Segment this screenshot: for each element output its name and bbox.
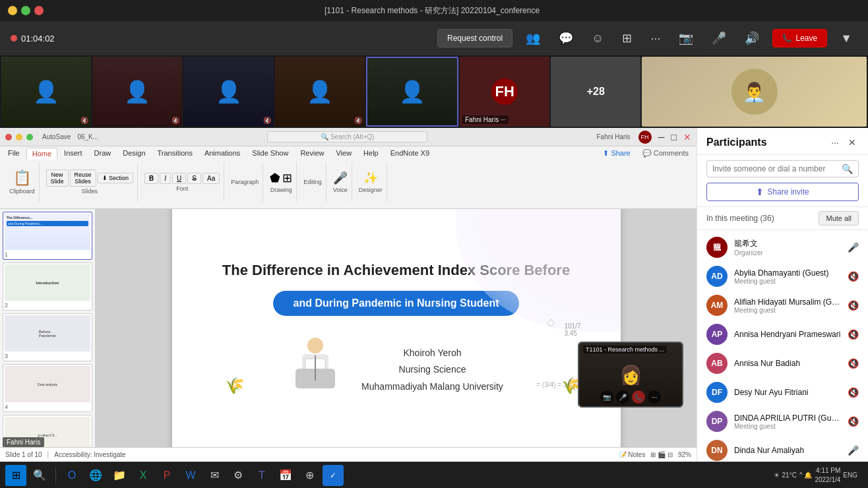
ribbon-arrange-btn[interactable]: ⊞ [282,171,292,185]
participant-item[interactable]: DP DINDA APRILIA PUTRI (Guest) Meeting g… [697,407,868,436]
ribbon-bold-btn[interactable]: B [144,173,158,184]
leave-chevron[interactable]: ▼ [835,29,857,48]
participant-item[interactable]: DF Desy Nur Ayu Fitriani 🔇 [697,378,868,407]
ribbon-shapes-btn[interactable]: ⬟ [270,171,280,185]
ribbon-tab-review[interactable]: Review [295,148,329,160]
taskbar-chrome-icon[interactable]: ⊕ [299,465,320,486]
ribbon-dictate-btn[interactable]: 🎤 [333,171,348,185]
close-btn[interactable] [34,6,44,15]
participant-thumb-2[interactable]: 👤 🔇 [92,57,182,127]
slide-thumb-3[interactable]: BeforePandemic 3 [3,313,92,361]
ribbon-underline-btn[interactable]: U [172,173,186,184]
ppt-max-dot[interactable] [26,134,33,140]
ribbon-fontsize-btn[interactable]: Aa [202,173,220,184]
sv-camera-btn[interactable]: 📷 [600,390,613,404]
taskbar-outlook-icon[interactable]: O [61,465,82,486]
participant-thumb-fahni[interactable]: FH Fahni Haris ··· [460,57,549,127]
start-button[interactable]: ⊞ [5,465,26,486]
ribbon-comments-btn[interactable]: 💬 Comments [637,148,694,160]
participant-item[interactable]: AM Alifiah Hidayati Mursalim (Gu... Meet… [697,291,868,320]
ribbon-tab-transitions[interactable]: Transitions [152,148,198,160]
ribbon-italic-btn[interactable]: I [160,173,171,184]
taskbar-teams-icon[interactable]: T [251,465,272,486]
share-invite-button[interactable]: ⬆ Share invite [706,183,859,201]
ribbon-tab-animations[interactable]: Animations [199,148,245,160]
mute-all-button[interactable]: Mute all [819,211,859,226]
reactions-icon-btn[interactable]: ☺ [586,29,609,48]
participant-item[interactable]: DN Dinda Nur Amaliyah 🎤 [697,436,868,462]
leave-button[interactable]: 📞 Leave [772,29,827,47]
ppt-min-dot[interactable] [16,134,22,140]
ppt-close-dot[interactable] [5,134,12,140]
participant-item[interactable]: AB Annisa Nur Badiah 🔇 [697,349,868,378]
self-view-overlay[interactable]: 👩 T1101 - Research methods ... 📷 🎤 📞 ··· [578,342,683,408]
chat-icon-btn[interactable]: 💬 [553,28,578,48]
diamond-decoration: ◇ [547,316,555,328]
sv-end-btn[interactable]: 📞 [632,390,645,404]
ppt-window-maximize[interactable]: □ [671,132,677,142]
taskbar-app1-icon[interactable]: ⚙ [228,465,249,486]
participant-thumb-5[interactable]: 👤 [366,57,458,127]
invite-input[interactable] [712,164,838,173]
maximize-btn[interactable] [21,6,30,15]
ribbon-tab-design[interactable]: Design [117,148,150,160]
ribbon-tab-view[interactable]: View [330,148,357,160]
sv-more-btn[interactable]: ··· [648,390,661,404]
participant-item[interactable]: AP Annisa Hendryani Prameswari 🔇 [697,320,868,349]
slide-thumb-1[interactable]: The Difference... and During Pandemic...… [3,212,92,260]
ribbon-section-btn[interactable]: ⬇ Section [98,173,134,183]
participant-item[interactable]: 籠 籠希文 Organizer 🎤 [697,233,868,262]
ribbon-reuse-slides-btn[interactable]: ReuseSlides [70,169,96,187]
minimize-btn[interactable] [8,6,17,15]
taskbar-todo-icon[interactable]: ✓ [323,465,344,486]
sidebar-more-btn[interactable]: ··· [828,136,842,149]
participant-thumb-main-speaker[interactable]: 👨‍💼 [642,57,867,127]
slide-thumb-4[interactable]: Data analysis 4 [3,364,92,412]
sidebar-header-icons: ··· ✕ [828,136,859,149]
ribbon-tab-slideshow[interactable]: Slide Show [247,148,294,160]
sv-mic-btn[interactable]: 🎤 [616,390,629,404]
notes-btn[interactable]: 📝 Notes [619,451,646,458]
slide-thumb-2[interactable]: Introduction 2 [3,262,92,311]
speaker-btn[interactable]: 🔊 [739,28,764,48]
ribbon-tab-home[interactable]: Home [26,148,57,160]
participant-thumb-3[interactable]: 👤 🔇 [183,57,273,127]
view-icon-btn[interactable]: ⊞ [617,28,637,48]
participants-icon-btn[interactable]: 👥 [520,28,545,48]
accessibility-label: Accessibility: Investigate [54,451,125,458]
ribbon-tab-draw[interactable]: Draw [89,148,117,160]
participant-thumb-1[interactable]: 👤 🔇 [1,57,91,127]
ribbon-strikethrough-btn[interactable]: S [187,173,201,184]
ribbon-tab-insert[interactable]: Insert [59,148,88,160]
ribbon-share-btn[interactable]: ⬆ Share [598,148,635,160]
ppt-search-bar[interactable]: 🔍 Search (Alt+Q) [267,131,427,142]
ppt-window-close[interactable]: ✕ [683,132,691,142]
taskbar: ⊞ 🔍 O 🌐 📁 X P W ✉ ⚙ T 📅 ⊕ ✓ ☀ 21°C ^ 🔔 4… [0,462,868,488]
taskbar-excel-icon[interactable]: X [133,465,154,486]
taskbar-system-tray: ☀ 21°C ^ 🔔 4:11 PM 2022/1/4 ENG [768,466,863,485]
participant-thumb-4[interactable]: 👤 🔇 [275,57,365,127]
participant-thumb-more[interactable]: +28 [551,57,640,127]
ribbon-new-slide-btn[interactable]: NewSlide [46,169,69,187]
participant-item[interactable]: AD Abylia Dhamayanti (Guest) Meeting gue… [697,262,868,291]
ribbon-editing-label: Editing [303,179,322,185]
taskbar-mail-icon[interactable]: ✉ [204,465,225,486]
slide-thumbnail-img-2: Introduction [5,264,90,301]
taskbar-browser-icon[interactable]: 🌐 [85,465,106,486]
ppt-window-minimize[interactable]: ─ [658,132,665,142]
taskbar-word-icon[interactable]: W [180,465,201,486]
sidebar-close-btn[interactable]: ✕ [846,136,859,149]
taskbar-calendar-icon[interactable]: 📅 [275,465,296,486]
ribbon-tab-file[interactable]: File [3,148,25,160]
mic-btn[interactable]: 🎤 [706,28,731,48]
camera-btn[interactable]: 📷 [673,28,698,48]
ribbon-design-ideas-btn[interactable]: ✨ [363,171,378,185]
taskbar-files-icon[interactable]: 📁 [109,465,130,486]
ribbon-tab-help[interactable]: Help [358,148,384,160]
request-control-button[interactable]: Request control [437,29,512,47]
ribbon-tab-endnote[interactable]: EndNote X9 [385,148,435,160]
taskbar-ppt-icon[interactable]: P [156,465,177,486]
taskbar-search-icon[interactable]: 🔍 [29,465,50,486]
more-actions-btn[interactable]: ··· [645,29,666,48]
ribbon-paste-btn[interactable]: 📋 [13,169,31,187]
